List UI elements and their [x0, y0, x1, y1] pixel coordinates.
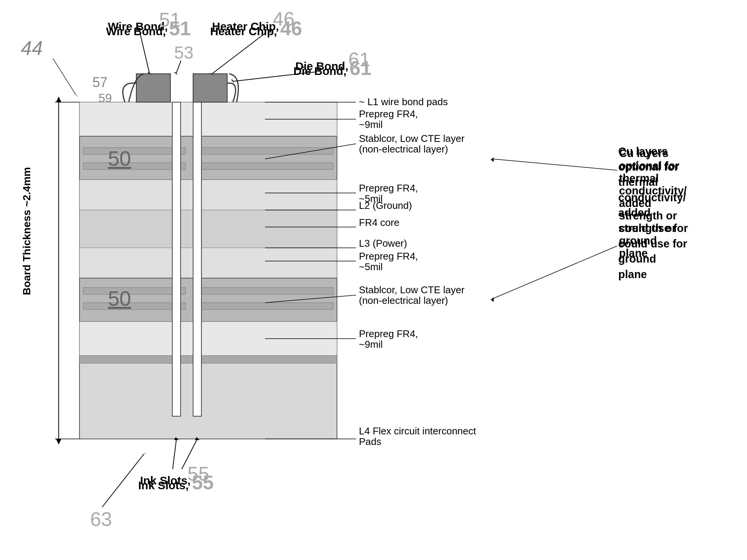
svg-rect-22: [193, 74, 227, 102]
svg-marker-98: [491, 157, 494, 162]
svg-text:~9mil: ~9mil: [359, 119, 383, 130]
svg-rect-1: [80, 102, 337, 136]
ink-slots-label: Ink Slots, 55: [138, 471, 214, 494]
svg-text:Pads: Pads: [359, 436, 381, 447]
svg-line-80: [173, 439, 176, 469]
svg-text:50: 50: [108, 287, 131, 310]
svg-line-82: [182, 439, 197, 469]
svg-rect-6: [197, 163, 333, 170]
svg-rect-4: [83, 163, 186, 170]
svg-text:Prepreg FR4,: Prepreg FR4,: [359, 182, 418, 194]
svg-text:Board Thickness ~2.4mm: Board Thickness ~2.4mm: [21, 167, 33, 295]
svg-marker-73: [210, 73, 214, 76]
svg-rect-5: [197, 148, 333, 154]
svg-marker-64: [147, 72, 152, 75]
svg-rect-13: [197, 288, 333, 294]
svg-text:Prepreg FR4,: Prepreg FR4,: [359, 250, 418, 262]
svg-line-99: [492, 246, 617, 299]
svg-text:63: 63: [90, 508, 112, 530]
wire-bond-label: Wire Bond, 51: [106, 17, 191, 40]
svg-marker-60: [74, 93, 79, 98]
svg-rect-14: [197, 303, 333, 310]
svg-rect-8: [80, 210, 337, 248]
right-annotation-block: Cu layers optional for thermal conductiv…: [618, 144, 717, 282]
svg-rect-7: [80, 180, 337, 210]
svg-rect-9: [80, 248, 337, 278]
svg-rect-10: [80, 278, 337, 322]
svg-rect-0: [80, 102, 337, 439]
svg-rect-16: [80, 356, 337, 363]
die-bond-label: Die Bond, 61: [293, 57, 371, 79]
svg-text:53: 53: [174, 43, 193, 62]
svg-text:~5mil: ~5mil: [359, 193, 383, 204]
svg-line-97: [492, 159, 617, 170]
svg-line-49: [265, 295, 356, 303]
svg-text:44: 44: [21, 37, 43, 59]
svg-rect-11: [83, 288, 186, 294]
heater-chip-label: Heater Chip, 46: [210, 17, 302, 40]
svg-text:(non-electrical layer): (non-electrical layer): [359, 143, 448, 155]
svg-text:Stablcor, Low CTE layer: Stablcor, Low CTE layer: [359, 284, 465, 296]
svg-marker-81: [174, 437, 179, 440]
diagram-title: PCB Layer Stack Diagram: [0, 0, 0, 0]
svg-marker-25: [56, 439, 61, 445]
svg-text:Prepreg FR4,: Prepreg FR4,: [359, 108, 418, 120]
svg-rect-21: [136, 74, 170, 102]
svg-text:FR4 core: FR4 core: [359, 217, 399, 228]
svg-rect-3: [83, 148, 186, 154]
svg-marker-86: [142, 452, 146, 456]
svg-marker-24: [56, 96, 61, 102]
svg-text:Stablcor, Low CTE layer: Stablcor, Low CTE layer: [359, 133, 465, 144]
svg-rect-18: [193, 102, 201, 416]
svg-line-66: [176, 61, 181, 74]
svg-text:Prepreg FR4,: Prepreg FR4,: [359, 328, 418, 339]
svg-text:(non-electrical layer): (non-electrical layer): [359, 295, 448, 306]
svg-text:~5mil: ~5mil: [359, 261, 383, 272]
svg-text:57: 57: [92, 75, 108, 90]
svg-text:~ L1 wire bond pads: ~ L1 wire bond pads: [359, 96, 448, 107]
svg-text:50: 50: [108, 147, 131, 170]
svg-rect-12: [83, 303, 186, 310]
svg-text:~9mil: ~9mil: [359, 339, 383, 350]
svg-line-59: [53, 59, 76, 95]
svg-rect-2: [80, 136, 337, 180]
svg-marker-100: [491, 297, 494, 302]
svg-text:L4 Flex circuit interconnect: L4 Flex circuit interconnect: [359, 425, 476, 437]
svg-rect-15: [80, 322, 337, 356]
svg-line-34: [265, 144, 356, 159]
svg-line-85: [102, 454, 144, 507]
svg-marker-77: [231, 79, 234, 84]
svg-marker-83: [195, 437, 200, 440]
svg-marker-67: [174, 72, 178, 75]
svg-text:L3 (Power): L3 (Power): [359, 238, 407, 249]
svg-rect-17: [172, 102, 181, 416]
svg-text:59: 59: [98, 91, 112, 105]
svg-text:L2 (Ground): L2 (Ground): [359, 200, 412, 211]
